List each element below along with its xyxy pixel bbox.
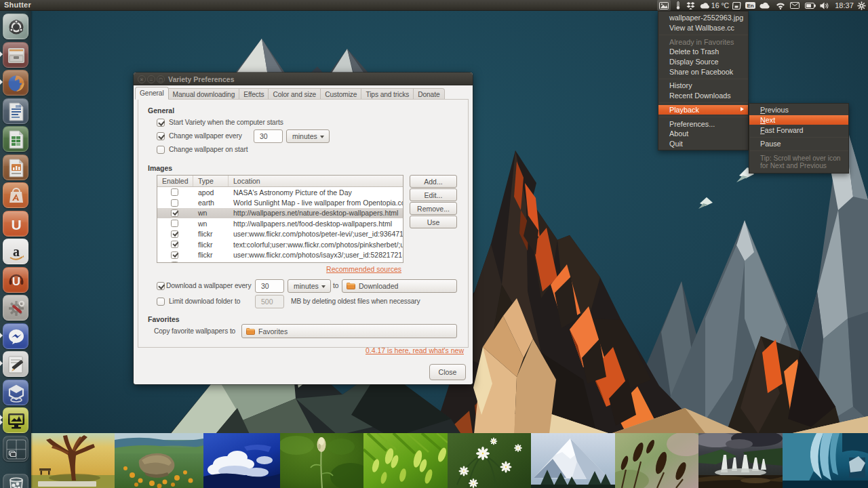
column-type[interactable]: Type bbox=[193, 176, 229, 186]
change-wallpaper-every-checkbox[interactable] bbox=[157, 132, 165, 140]
wallpaper-thumbnail-1[interactable] bbox=[31, 433, 115, 488]
use-button[interactable]: Use bbox=[410, 216, 457, 228]
launcher-item-system-settings[interactable] bbox=[3, 295, 28, 321]
table-row[interactable]: flickr user:www.flickr.com/photos/isayx3… bbox=[157, 249, 403, 260]
launcher-item-shutter[interactable] bbox=[3, 351, 28, 377]
launcher-item-dash[interactable] bbox=[3, 14, 28, 39]
table-row[interactable]: wn http://wallpapers.net/food-desktop-wa… bbox=[157, 218, 403, 228]
temperature-label[interactable]: 16 °C bbox=[711, 0, 730, 11]
dropbox-icon[interactable] bbox=[685, 0, 696, 11]
menu-item-preferences[interactable]: Preferences... bbox=[658, 119, 748, 129]
edit-button[interactable]: Edit... bbox=[410, 188, 457, 201]
window-titlebar[interactable]: ✕ – ▢ Variety Preferences bbox=[134, 73, 473, 85]
start-variety-checkbox[interactable] bbox=[157, 119, 165, 127]
wallpaper-thumbnail-3[interactable] bbox=[203, 433, 280, 488]
tab-general[interactable]: General bbox=[135, 87, 169, 100]
tab-effects[interactable]: Effects bbox=[239, 88, 269, 100]
wallpaper-thumbnail-6[interactable] bbox=[448, 433, 531, 488]
menu-item-quit[interactable]: Quit bbox=[658, 139, 748, 149]
change-interval-unit-combo[interactable]: minutes bbox=[286, 129, 330, 143]
limit-download-folder-checkbox[interactable] bbox=[157, 298, 165, 306]
menu-item-current-wallpaper[interactable]: wallpaper-2552963.jpg bbox=[658, 13, 748, 23]
change-interval-input[interactable]: 30 bbox=[254, 129, 283, 143]
cloud-sync-icon[interactable] bbox=[759, 0, 770, 11]
weather-cloud-icon[interactable] bbox=[699, 0, 710, 11]
launcher-item-virtualbox[interactable] bbox=[3, 380, 28, 405]
table-row[interactable]: earth World Sunlight Map - live wallpape… bbox=[157, 197, 403, 207]
download-folder-chooser[interactable]: Downloaded bbox=[342, 279, 457, 293]
sound-icon[interactable] bbox=[818, 0, 831, 11]
add-button[interactable]: Add... bbox=[410, 175, 457, 188]
menu-item-view-at-wallbase[interactable]: View at Wallbase.cc bbox=[658, 23, 748, 33]
change-on-start-checkbox[interactable] bbox=[157, 146, 165, 154]
launcher-item-trash[interactable] bbox=[3, 474, 28, 488]
window-close-button[interactable]: ✕ bbox=[138, 75, 146, 83]
wallpaper-thumbnail-9[interactable] bbox=[698, 433, 783, 488]
image-sources-table[interactable]: Enabled Type Location apod NASA's Astron… bbox=[157, 175, 403, 263]
clock-label[interactable]: 18:37 bbox=[833, 0, 855, 11]
column-enabled[interactable]: Enabled bbox=[157, 176, 193, 186]
variety-indicator-icon[interactable] bbox=[657, 0, 671, 11]
mail-icon[interactable] bbox=[789, 0, 801, 11]
tab-color-and-size[interactable]: Color and size bbox=[269, 88, 321, 100]
wallpaper-thumbnail-2[interactable] bbox=[115, 433, 203, 488]
menu-item-delete-to-trash[interactable]: Delete to Trash bbox=[658, 47, 748, 57]
tab-manual-downloading[interactable]: Manual downloading bbox=[169, 88, 240, 100]
recommended-sources-link[interactable]: Recommended sources bbox=[326, 265, 401, 273]
download-interval-unit-combo[interactable]: minutes bbox=[288, 279, 331, 293]
table-row[interactable]: flickr user:www.flickr.com/photos/peter-… bbox=[157, 229, 403, 239]
wallpaper-thumbnail-4[interactable] bbox=[280, 433, 363, 488]
row-enabled-checkbox[interactable] bbox=[171, 220, 178, 227]
keyboard-layout-badge[interactable]: En bbox=[745, 0, 755, 11]
row-enabled-checkbox[interactable] bbox=[171, 188, 178, 196]
wallpaper-thumbnail-5[interactable] bbox=[363, 433, 448, 488]
menu-item-about[interactable]: About bbox=[658, 129, 748, 139]
download-wallpaper-checkbox[interactable] bbox=[157, 282, 165, 290]
download-interval-input[interactable]: 30 bbox=[255, 279, 284, 293]
tab-customize[interactable]: Customize bbox=[321, 88, 361, 100]
row-enabled-checkbox[interactable] bbox=[171, 262, 178, 263]
workspace-icon[interactable] bbox=[731, 0, 742, 11]
menu-item-recent-downloads[interactable]: Recent Downloads bbox=[658, 91, 748, 101]
launcher-item-firefox[interactable] bbox=[3, 70, 28, 96]
thermometer-icon[interactable] bbox=[674, 0, 682, 11]
launcher-item-amazon[interactable]: a bbox=[3, 239, 28, 264]
row-enabled-checkbox[interactable] bbox=[171, 241, 178, 248]
close-button[interactable]: Close bbox=[429, 364, 466, 380]
launcher-item-libreoffice-calc[interactable] bbox=[3, 126, 28, 152]
launcher-item-variety[interactable] bbox=[3, 407, 28, 433]
row-enabled-checkbox[interactable] bbox=[171, 230, 178, 238]
wifi-icon[interactable] bbox=[774, 0, 786, 11]
row-enabled-checkbox[interactable] bbox=[171, 209, 178, 217]
wallpaper-thumbnail-7[interactable] bbox=[531, 433, 615, 488]
launcher-item-software-center[interactable] bbox=[3, 182, 28, 208]
battery-icon[interactable] bbox=[804, 0, 816, 11]
table-row-selected[interactable]: wn http://wallpapers.net/nature-desktop-… bbox=[157, 208, 403, 218]
row-enabled-checkbox[interactable] bbox=[171, 251, 178, 259]
table-row[interactable]: flickr user:www.flickr.com/photos/... bbox=[157, 260, 403, 263]
tab-donate[interactable]: Donate bbox=[414, 88, 444, 100]
launcher-item-ubuntu-one-music[interactable]: U bbox=[3, 267, 28, 293]
launcher-item-messenger[interactable] bbox=[3, 323, 28, 349]
menu-item-playback[interactable]: Playback bbox=[658, 105, 748, 115]
tab-tips-and-tricks[interactable]: Tips and tricks bbox=[361, 88, 414, 100]
remove-button[interactable]: Remove... bbox=[410, 202, 457, 215]
submenu-item-next[interactable]: Next bbox=[749, 115, 848, 125]
menu-item-share-on-facebook[interactable]: Share on Facebook bbox=[658, 66, 748, 77]
launcher-item-files[interactable] bbox=[3, 42, 28, 68]
wallpaper-thumbnail-8[interactable] bbox=[615, 433, 698, 488]
window-maximize-button[interactable]: ▢ bbox=[157, 75, 165, 83]
submenu-item-previous[interactable]: Previous bbox=[749, 105, 848, 115]
launcher-item-libreoffice-writer[interactable] bbox=[3, 98, 28, 124]
submenu-item-pause[interactable]: Pause bbox=[749, 139, 848, 149]
table-row[interactable]: apod NASA's Astronomy Picture of the Day bbox=[157, 187, 403, 197]
limit-size-input[interactable]: 500 bbox=[255, 295, 284, 308]
window-minimize-button[interactable]: – bbox=[147, 75, 155, 83]
menu-item-history[interactable]: History bbox=[658, 81, 748, 91]
row-enabled-checkbox[interactable] bbox=[171, 199, 178, 207]
launcher-item-workspace-switcher[interactable] bbox=[3, 436, 28, 462]
launcher-item-libreoffice-impress[interactable] bbox=[3, 155, 28, 180]
wallpaper-thumbnail-10[interactable] bbox=[783, 433, 868, 488]
submenu-item-fast-forward[interactable]: Fast Forward bbox=[749, 125, 848, 135]
column-location[interactable]: Location bbox=[229, 176, 403, 186]
